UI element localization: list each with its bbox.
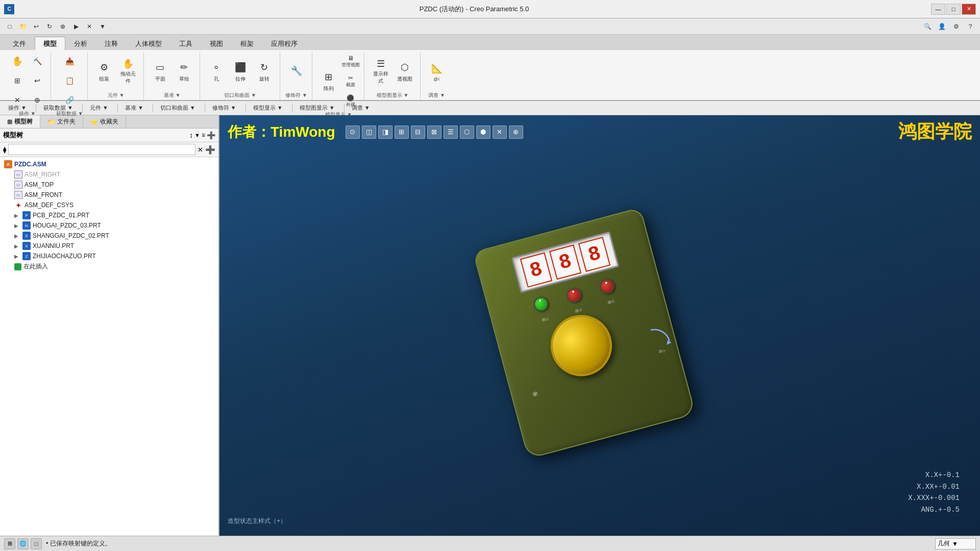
qa-regen-button[interactable]: ⊕ xyxy=(57,21,68,32)
vp-btn-plus[interactable]: ⊕ xyxy=(509,126,523,139)
filter-add-btn[interactable]: ➕ xyxy=(205,145,215,155)
qa-more-button[interactable]: ▼ xyxy=(97,21,108,32)
shanggai-pzdc-label: SHANGGAI_PZDC_02.PRT xyxy=(33,232,109,239)
tab-file[interactable]: 文件 xyxy=(4,37,35,50)
tree-item-pcb-pzdc[interactable]: ▶ P PCB_PZDC_01.PRT xyxy=(0,210,218,220)
statusbar-btn1[interactable]: ⊞ xyxy=(4,538,15,549)
section-btn[interactable]: ✂ 截面 xyxy=(341,72,360,90)
tree-item-shanggai-pzdc[interactable]: ▶ S SHANGGAI_PZDC_02.PRT xyxy=(0,231,218,241)
op-btn6[interactable]: ⊕ xyxy=(28,91,46,109)
vp-btn-sphere[interactable]: ⊙ xyxy=(346,126,360,139)
revolve-btn[interactable]: ↻ 旋转 xyxy=(253,57,276,86)
vp-btn-lines[interactable]: ☰ xyxy=(444,126,458,139)
knob-mid[interactable] xyxy=(565,286,583,305)
tab-analysis[interactable]: 分析 xyxy=(65,37,96,50)
qa-settings[interactable]: ⚙ xyxy=(950,21,962,32)
tree-item-xuanniu[interactable]: ▶ X XUANNIU.PRT xyxy=(0,241,218,251)
getdata-btn3[interactable]: 🔗 xyxy=(60,91,79,109)
qa-open-button[interactable]: 📁 xyxy=(17,21,29,32)
tab-apps[interactable]: 应用程序 xyxy=(262,37,306,50)
select-btn[interactable]: ✋ xyxy=(8,52,27,70)
panel-tab-favorites[interactable]: ⭐ 收藏夹 xyxy=(83,115,126,128)
geometry-selector[interactable]: 几何 ▼ xyxy=(935,538,976,549)
qa-account[interactable]: 👤 xyxy=(936,21,947,32)
perspective-btn[interactable]: ⬡ 透视图 xyxy=(394,57,416,86)
tree-item-asm-right[interactable]: ▭ ASM_RIGHT xyxy=(0,169,218,180)
qa-new-button[interactable]: □ xyxy=(4,21,15,32)
tree-add-btn[interactable]: ➕ xyxy=(207,131,215,139)
vp-btn-hex[interactable]: ⬡ xyxy=(460,126,474,139)
viewport[interactable]: 作者：TimWong ⊙ ◫ ◨ ⊞ ⊟ ⊠ ☰ ⬡ ⬢ ✕ ⊕ 鸿图学院 8 … xyxy=(219,115,980,536)
op-btn2[interactable]: ⊞ xyxy=(8,71,27,90)
qa-help-search[interactable]: 🔍 xyxy=(922,21,933,32)
3d-model: 8 8 8 xyxy=(473,205,708,469)
tree-item-insert-here[interactable]: 在此插入 xyxy=(0,261,218,272)
extrude-btn[interactable]: ⬛ 拉伸 xyxy=(229,57,252,86)
knob-left[interactable] xyxy=(532,294,551,313)
tab-model[interactable]: 模型 xyxy=(35,37,65,50)
action-element-label[interactable]: 元件 ▼ xyxy=(86,104,112,112)
filter-clear-btn[interactable]: ✕ xyxy=(198,146,203,154)
op-btn4[interactable]: 🔨 xyxy=(28,52,46,70)
action-modeldisplay-label[interactable]: 模型显示 ▼ xyxy=(249,104,287,112)
display-style-btn[interactable]: ☰ 显示样式 xyxy=(370,57,392,86)
tab-annotation[interactable]: 注释 xyxy=(96,37,127,50)
knob-right[interactable] xyxy=(598,277,617,296)
filter-input[interactable] xyxy=(8,144,195,155)
tab-human-model[interactable]: 人体模型 xyxy=(127,37,170,50)
tree-item-asm-front[interactable]: ▭ ASM_FRONT xyxy=(0,190,218,200)
plane-btn[interactable]: ▭ 平面 xyxy=(149,57,172,86)
tree-dropdown-btn[interactable]: ▼ xyxy=(194,132,200,138)
tree-item-asm-top[interactable]: ▭ ASM_TOP xyxy=(0,180,218,190)
tree-item-zhijiao[interactable]: ▶ Z ZHIJIAOCHAZUO.PRT xyxy=(0,251,218,261)
qa-undo-button[interactable]: ↩ xyxy=(31,21,42,32)
coord-line4: ANG.+-0.5 xyxy=(908,504,960,515)
manage-view-btn[interactable]: 🖥 管理视图 xyxy=(341,52,360,70)
tree-item-asm-def-csys[interactable]: ✚ ASM_DEF_CSYS xyxy=(0,200,218,210)
vp-btn-orient[interactable]: ◫ xyxy=(362,126,376,139)
op-btn3[interactable]: ✕ xyxy=(8,91,27,109)
tree-item-hougai-pzdc[interactable]: ▶ H HOUGAI_PZDC_03.PRT xyxy=(0,220,218,231)
appearance-btn[interactable]: ⚫ 外观 xyxy=(341,92,360,110)
vp-btn-grid[interactable]: ⊞ xyxy=(395,126,409,139)
close-button[interactable]: ✕ xyxy=(962,4,976,15)
array-btn[interactable]: ⊞ 阵列 xyxy=(317,67,340,95)
vp-btn-transform[interactable]: ⊠ xyxy=(427,126,442,139)
vp-btn-dim[interactable]: ⊟ xyxy=(411,126,425,139)
assemble-btn[interactable]: ⚙ 组装 xyxy=(93,57,115,86)
qa-run-button[interactable]: ▶ xyxy=(70,21,82,32)
measure-btn[interactable]: 📐 d= xyxy=(426,57,448,86)
maximize-button[interactable]: □ xyxy=(946,4,961,15)
ribbon-group-survey: 📐 d= 调查 ▼ xyxy=(422,52,452,100)
tree-item-pzdc-asm[interactable]: A PZDC.ASM xyxy=(0,159,218,169)
vp-btn-polygon[interactable]: ⬢ xyxy=(476,126,491,139)
tree-sort-btn[interactable]: ↕ xyxy=(189,131,193,139)
modify-btn1[interactable]: 🔧 xyxy=(285,57,308,86)
getdata-btn2[interactable]: 📋 xyxy=(60,71,79,90)
model-tree-tab-label: 模型树 xyxy=(14,117,33,126)
tree-settings-btn[interactable]: ≡ xyxy=(202,132,205,139)
qa-help[interactable]: ? xyxy=(965,21,976,32)
qa-close-button[interactable]: ✕ xyxy=(84,21,95,32)
knob-right-dot xyxy=(605,282,607,284)
op-btn5[interactable]: ↩ xyxy=(28,71,46,90)
section-icon: ✂ xyxy=(348,74,353,82)
action-datum-label[interactable]: 基准 ▼ xyxy=(121,104,148,112)
hole-btn[interactable]: ⚬ 孔 xyxy=(205,57,228,86)
getdata-btn1[interactable]: 📥 xyxy=(60,52,79,70)
shanggai-arrow: ▶ xyxy=(14,233,20,239)
tab-tools[interactable]: 工具 xyxy=(170,37,201,50)
minimize-button[interactable]: — xyxy=(931,4,945,15)
statusbar-btn3[interactable]: □ xyxy=(31,538,42,549)
statusbar-btn2[interactable]: 🌐 xyxy=(17,538,29,549)
action-cutsurf-label[interactable]: 切口和曲面 ▼ xyxy=(156,104,200,112)
display-style-label: 显示样式 xyxy=(371,70,390,85)
drag-component-btn[interactable]: ✋ 拖动元件 xyxy=(117,57,139,86)
sketch-btn[interactable]: ✏ 草绘 xyxy=(173,57,195,86)
vp-btn-close[interactable]: ✕ xyxy=(493,126,507,139)
qa-redo-button[interactable]: ↻ xyxy=(44,21,55,32)
tab-frame[interactable]: 框架 xyxy=(232,37,262,50)
action-modify-label[interactable]: 修饰符 ▼ xyxy=(208,104,240,112)
tab-view[interactable]: 视图 xyxy=(201,37,232,50)
vp-btn-isometric[interactable]: ◨ xyxy=(378,126,393,139)
